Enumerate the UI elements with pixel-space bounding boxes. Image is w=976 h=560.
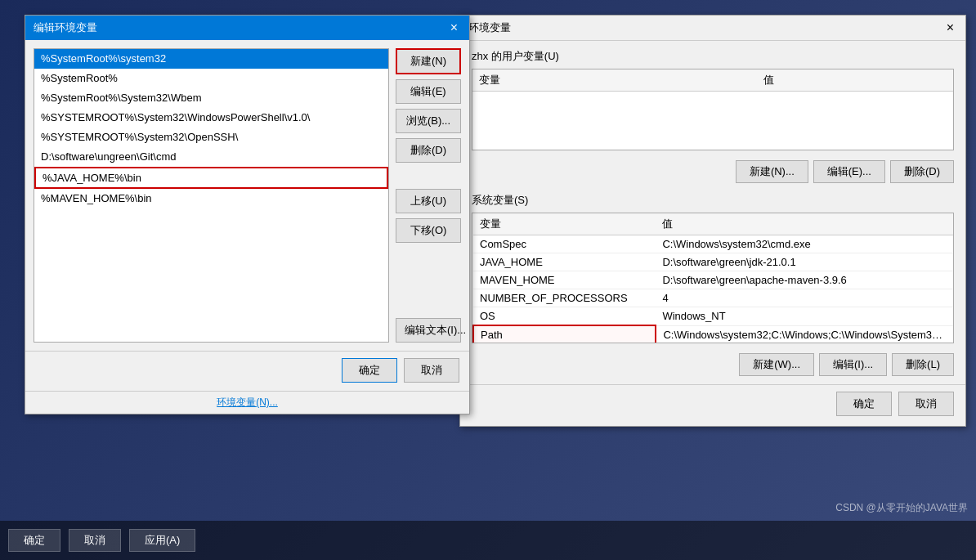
- edit-path-btn[interactable]: 编辑(E): [396, 79, 461, 104]
- path-list-item[interactable]: %SYSTEMROOT%\System32\OpenSSH\: [34, 128, 388, 147]
- browse-path-btn[interactable]: 浏览(B)...: [396, 109, 461, 133]
- taskbar-ok-btn[interactable]: 确定: [8, 529, 60, 552]
- sys-var-buttons: 新建(W)... 编辑(I)... 删除(L): [460, 348, 965, 381]
- delete-path-btn[interactable]: 删除(D): [396, 138, 461, 163]
- sys-var-value: C:\Windows\system32;C:\Windows;C:\Window…: [656, 325, 953, 343]
- sys-var-row[interactable]: MAVEN_HOMED:\software\green\apache-maven…: [473, 271, 953, 289]
- edit-env-cancel-btn[interactable]: 取消: [404, 358, 459, 383]
- sys-var-value: 4: [656, 289, 953, 307]
- sys-var-row[interactable]: NUMBER_OF_PROCESSORS4: [473, 289, 953, 307]
- sys-edit-btn[interactable]: 编辑(I)...: [819, 353, 887, 376]
- env-var-cancel-btn[interactable]: 取消: [898, 392, 954, 416]
- path-list-item[interactable]: D:\software\ungreen\Git\cmd: [34, 147, 388, 167]
- user-var-buttons: 新建(N)... 编辑(E)... 删除(D): [460, 155, 965, 188]
- edit-env-footer: 确定 取消: [25, 351, 469, 391]
- user-var-table: 变量 值: [472, 69, 953, 92]
- sys-var-value: D:\software\green\jdk-21.0.1: [656, 253, 953, 271]
- new-path-btn[interactable]: 新建(N): [396, 48, 461, 74]
- sys-new-btn[interactable]: 新建(W)...: [739, 353, 814, 376]
- env-var-titlebar: 环境变量 ×: [460, 16, 965, 41]
- edit-env-buttons: 新建(N) 编辑(E) 浏览(B)... 删除(D) 上移(U) 下移(O) 编…: [396, 48, 461, 343]
- env-var-dialog: 环境变量 × zhx 的用户变量(U) 变量 值 新建(N)... 编辑(E).…: [459, 15, 966, 427]
- user-var-table-container: 变量 值: [472, 69, 954, 150]
- edit-text-btn[interactable]: 编辑文本(I)...: [396, 318, 461, 343]
- user-col-name: 变量: [472, 69, 757, 92]
- move-down-btn[interactable]: 下移(O): [396, 218, 461, 243]
- edit-env-dialog: 编辑环境变量 × %SystemRoot%\system32%SystemRoo…: [25, 15, 470, 414]
- sys-var-table-container[interactable]: 变量 值 ComSpecC:\Windows\system32\cmd.exeJ…: [472, 213, 954, 343]
- sys-var-name: JAVA_HOME: [473, 253, 656, 271]
- env-link[interactable]: 环境变量(N)...: [217, 396, 278, 408]
- sys-var-value: C:\Windows\system32\cmd.exe: [656, 235, 953, 253]
- path-list-item[interactable]: %MAVEN_HOME%\bin: [34, 189, 388, 208]
- sys-var-section: 系统变量(S) 变量 值 ComSpecC:\Windows\system32\…: [460, 188, 965, 348]
- sys-var-name: ComSpec: [473, 235, 656, 253]
- path-list-item[interactable]: %SystemRoot%\system32: [34, 49, 388, 69]
- watermark: CSDN @从零开始的JAVA世界: [835, 501, 968, 515]
- path-list-item[interactable]: %SystemRoot%\System32\Wbem: [34, 88, 388, 108]
- taskbar-cancel-btn[interactable]: 取消: [69, 529, 121, 552]
- path-list-item[interactable]: %SystemRoot%: [34, 69, 388, 88]
- edit-env-content: %SystemRoot%\system32%SystemRoot%%System…: [25, 40, 469, 351]
- path-list-item[interactable]: %SYSTEMROOT%\System32\WindowsPowerShell\…: [34, 108, 388, 128]
- sys-var-name: OS: [473, 307, 656, 326]
- sys-var-row[interactable]: PathC:\Windows\system32;C:\Windows;C:\Wi…: [473, 325, 953, 343]
- sys-var-value: D:\software\green\apache-maven-3.9.6: [656, 271, 953, 289]
- sys-var-table: 变量 值 ComSpecC:\Windows\system32\cmd.exeJ…: [472, 213, 953, 343]
- sys-var-row[interactable]: OSWindows_NT: [473, 307, 953, 326]
- path-list-item[interactable]: %JAVA_HOME%\bin: [34, 167, 388, 189]
- user-var-title: zhx 的用户变量(U): [472, 49, 954, 64]
- edit-env-close-btn[interactable]: ×: [447, 21, 461, 34]
- path-list[interactable]: %SystemRoot%\system32%SystemRoot%%System…: [34, 48, 389, 343]
- env-var-close-btn[interactable]: ×: [943, 21, 957, 34]
- sys-var-row[interactable]: JAVA_HOMED:\software\green\jdk-21.0.1: [473, 253, 953, 271]
- edit-env-ok-btn[interactable]: 确定: [342, 358, 397, 383]
- sys-var-name: NUMBER_OF_PROCESSORS: [473, 289, 656, 307]
- sys-delete-btn[interactable]: 删除(L): [892, 353, 954, 376]
- sys-var-name: MAVEN_HOME: [473, 271, 656, 289]
- env-var-ok-btn[interactable]: 确定: [836, 392, 892, 416]
- edit-env-titlebar: 编辑环境变量 ×: [25, 16, 469, 40]
- move-up-btn[interactable]: 上移(U): [396, 189, 461, 213]
- user-col-value: 值: [757, 69, 953, 92]
- sys-col-name: 变量: [473, 213, 656, 235]
- user-var-section: zhx 的用户变量(U) 变量 值: [460, 41, 965, 155]
- taskbar-apply-btn[interactable]: 应用(A): [129, 529, 195, 552]
- user-delete-btn[interactable]: 删除(D): [890, 160, 954, 183]
- sys-var-title: 系统变量(S): [472, 193, 954, 208]
- env-var-title: 环境变量: [468, 20, 511, 35]
- env-bottom-link-row: 环境变量(N)...: [25, 391, 469, 414]
- user-new-btn[interactable]: 新建(N)...: [736, 160, 808, 183]
- user-edit-btn[interactable]: 编辑(E)...: [813, 160, 885, 183]
- edit-env-title: 编辑环境变量: [34, 20, 97, 35]
- sys-col-value: 值: [656, 213, 953, 235]
- env-var-footer: 确定 取消: [460, 384, 965, 426]
- sys-var-name: Path: [473, 325, 656, 343]
- sys-var-row[interactable]: ComSpecC:\Windows\system32\cmd.exe: [473, 235, 953, 253]
- taskbar: 确定 取消 应用(A): [0, 521, 976, 560]
- sys-var-value: Windows_NT: [656, 307, 953, 326]
